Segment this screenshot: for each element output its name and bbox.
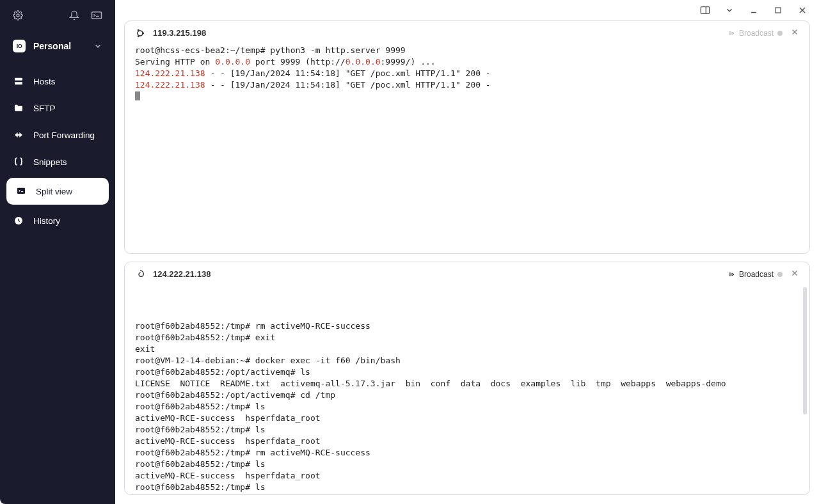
svg-point-12	[138, 31, 143, 36]
nav-list: Hosts SFTP Port Forwarding Snippets Spli…	[0, 63, 115, 234]
sidebar-item-split-view[interactable]: Split view	[6, 178, 109, 205]
pane-header: 119.3.215.198 Broadcast	[125, 21, 809, 41]
broadcast-dot-icon	[777, 31, 783, 36]
profile-row[interactable]: IO Personal	[0, 31, 115, 63]
broadcast-label: Broadcast	[739, 29, 774, 38]
svg-rect-1	[92, 12, 102, 19]
terminal-line: root@VM-12-14-debian:~# docker exec -it …	[135, 355, 799, 366]
sidebar-item-history[interactable]: History	[0, 207, 115, 234]
scrollbar[interactable]	[803, 287, 807, 414]
sidebar-item-label: Port Forwarding	[33, 130, 95, 140]
sidebar-item-hosts[interactable]: Hosts	[0, 68, 115, 95]
sidebar-item-label: SFTP	[33, 104, 56, 113]
svg-rect-2	[15, 78, 22, 81]
clock-icon	[13, 216, 24, 226]
svg-point-14	[138, 29, 139, 31]
sidebar-item-port-forwarding[interactable]: Port Forwarding	[0, 122, 115, 148]
folder-icon	[13, 103, 24, 113]
pane-title: 124.222.21.138	[153, 269, 211, 279]
pane-title: 119.3.215.198	[153, 28, 206, 38]
window-maximize-icon[interactable]	[772, 4, 784, 17]
svg-point-15	[138, 35, 139, 37]
svg-rect-9	[775, 8, 781, 13]
broadcast-dot-icon	[777, 272, 783, 277]
terminal-line: root@f60b2ab48552:/tmp# rm activeMQ-RCE-…	[135, 447, 799, 459]
svg-rect-4	[17, 188, 25, 194]
svg-rect-6	[701, 7, 709, 14]
svg-point-0	[17, 14, 19, 17]
terminal-line: root@f60b2ab48552:/tmp# rm activeMQ-RCE-…	[135, 320, 799, 332]
terminal-line: exit	[135, 343, 799, 355]
sidebar-item-label: Hosts	[33, 77, 56, 86]
terminal-line: root@f60b2ab48552:/tmp# ls	[135, 424, 799, 436]
terminal-pane-bottom: 124.222.21.138 Broadcast root@f60b2ab485…	[124, 262, 810, 495]
terminal-line: Serving HTTP on 0.0.0.0 port 9999 (http:…	[135, 56, 799, 68]
sidebar-item-label: Split view	[36, 187, 72, 196]
terminal-line: 124.222.21.138 - - [19/Jan/2024 11:54:18…	[135, 79, 799, 91]
close-icon[interactable]	[790, 28, 799, 38]
titlebar	[115, 0, 819, 20]
broadcast-toggle[interactable]: Broadcast	[728, 29, 783, 38]
window-close-icon[interactable]	[796, 4, 809, 17]
bell-icon[interactable]	[69, 10, 79, 20]
main: 119.3.215.198 Broadcast root@hcss-ecs-be…	[115, 0, 819, 504]
braces-icon	[13, 157, 24, 167]
terminal-line: root@f60b2ab48552:/tmp# exit	[135, 332, 799, 343]
terminal-line: activeMQ-RCE-success hsperfdata_root	[135, 436, 799, 447]
terminal-output[interactable]: root@hcss-ecs-bea2:~/temp# python3 -m ht…	[125, 41, 809, 253]
terminal-line: activeMQ-RCE-success hsperfdata_root	[135, 493, 799, 494]
svg-rect-3	[15, 82, 22, 84]
collapse-down-icon[interactable]	[723, 4, 736, 17]
terminal-pane-top: 119.3.215.198 Broadcast root@hcss-ecs-be…	[124, 20, 810, 254]
chevron-down-icon[interactable]	[93, 42, 102, 51]
cursor-icon	[135, 91, 140, 100]
terminal-line: root@f60b2ab48552:/opt/activemq# ls	[135, 366, 799, 378]
terminal-line: LICENSE NOTICE README.txt activemq-all-5…	[135, 378, 799, 390]
profile-name: Personal	[33, 41, 71, 51]
sidebar-item-snippets[interactable]: Snippets	[0, 148, 115, 175]
terminal-line: root@f60b2ab48552:/opt/activemq# cd /tmp	[135, 390, 799, 401]
sidebar-item-label: Snippets	[33, 157, 67, 167]
broadcast-toggle[interactable]: Broadcast	[728, 270, 783, 279]
local-terminal-icon[interactable]	[91, 10, 102, 20]
split-panes: 119.3.215.198 Broadcast root@hcss-ecs-be…	[115, 20, 819, 504]
sidebar-item-sftp[interactable]: SFTP	[0, 95, 115, 122]
terminal-output[interactable]: root@f60b2ab48552:/tmp# rm activeMQ-RCE-…	[125, 282, 809, 494]
close-icon[interactable]	[790, 269, 799, 280]
forward-icon	[13, 130, 24, 140]
terminal-line: activeMQ-RCE-success hsperfdata_root	[135, 413, 799, 424]
terminal-line: activeMQ-RCE-success hsperfdata_root	[135, 470, 799, 482]
sidebar: IO Personal Hosts SFTP Port Forwarding S…	[0, 0, 115, 504]
terminal-icon	[15, 186, 27, 196]
terminal-line: root@f60b2ab48552:/tmp# ls	[135, 482, 799, 493]
ubuntu-icon	[135, 28, 145, 38]
panel-toggle-icon[interactable]	[699, 4, 712, 17]
pane-header: 124.222.21.138 Broadcast	[125, 262, 809, 282]
terminal-line: root@f60b2ab48552:/tmp# ls	[135, 401, 799, 413]
window-minimize-icon[interactable]	[747, 4, 760, 17]
hosts-icon	[13, 76, 24, 86]
sidebar-item-label: History	[33, 216, 60, 226]
terminal-line: 124.222.21.138 - - [19/Jan/2024 11:54:18…	[135, 68, 799, 79]
svg-point-13	[142, 32, 144, 34]
sidebar-top	[0, 0, 115, 31]
gear-icon[interactable]	[13, 10, 23, 20]
terminal-line: root@hcss-ecs-bea2:~/temp# python3 -m ht…	[135, 45, 799, 56]
broadcast-label: Broadcast	[739, 270, 774, 279]
terminal-line: root@f60b2ab48552:/tmp# ls	[135, 459, 799, 470]
profile-badge-icon: IO	[13, 40, 26, 52]
debian-icon	[135, 269, 145, 280]
